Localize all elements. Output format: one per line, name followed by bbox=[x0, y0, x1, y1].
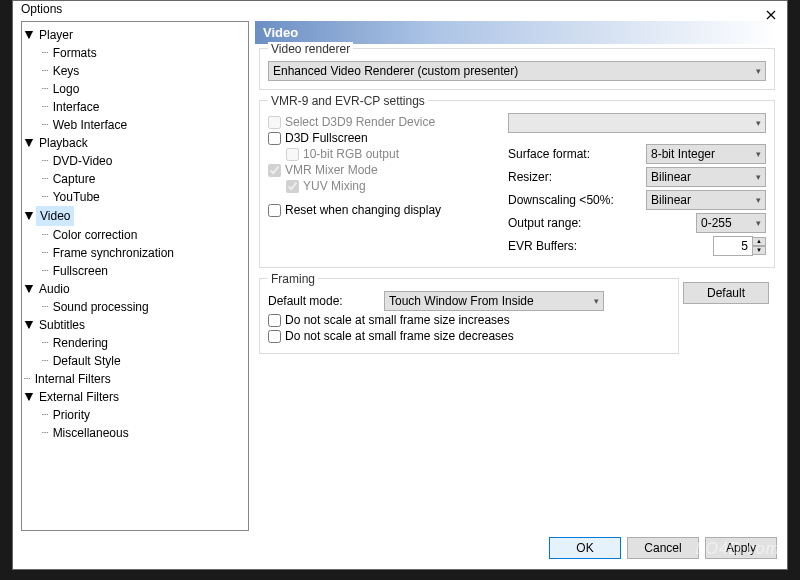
select-d3d9-checkbox: Select D3D9 Render Device bbox=[268, 115, 498, 129]
video-renderer-select[interactable]: Enhanced Video Renderer (custom presente… bbox=[268, 61, 766, 81]
window-title: Options bbox=[21, 2, 62, 16]
apply-button[interactable]: Apply bbox=[705, 537, 777, 559]
no-scale-decrease-checkbox[interactable]: Do not scale at small frame size decreas… bbox=[268, 329, 670, 343]
tree-item-internal-filters[interactable]: ┈Internal Filters bbox=[24, 370, 246, 388]
group-legend: Video renderer bbox=[268, 42, 353, 56]
close-icon bbox=[766, 10, 776, 20]
tree-item-fullscreen[interactable]: ┈Fullscreen bbox=[42, 262, 246, 280]
tree-item-dvd-video[interactable]: ┈DVD-Video bbox=[42, 152, 246, 170]
tree-item-default-style[interactable]: ┈Default Style bbox=[42, 352, 246, 370]
tree-item-frame-sync[interactable]: ┈Frame synchronization bbox=[42, 244, 246, 262]
default-mode-label: Default mode: bbox=[268, 294, 378, 308]
tree-item-sound-processing[interactable]: ┈Sound processing bbox=[42, 298, 246, 316]
output-range-label: Output range: bbox=[508, 216, 686, 230]
tree-item-audio[interactable]: ⯆Audio bbox=[24, 280, 246, 298]
group-legend: Framing bbox=[268, 272, 318, 286]
default-mode-select[interactable]: Touch Window From Inside▾ bbox=[384, 291, 604, 311]
tree-item-subtitles[interactable]: ⯆Subtitles bbox=[24, 316, 246, 334]
d3d-fullscreen-checkbox[interactable]: D3D Fullscreen bbox=[268, 131, 498, 145]
evr-buffers-label: EVR Buffers: bbox=[508, 239, 703, 253]
tree-item-capture[interactable]: ┈Capture bbox=[42, 170, 246, 188]
evr-buffers-input[interactable] bbox=[713, 236, 753, 256]
chevron-down-icon: ▾ bbox=[756, 149, 761, 159]
output-range-select[interactable]: 0-255▾ bbox=[696, 213, 766, 233]
tree-item-youtube[interactable]: ┈YouTube bbox=[42, 188, 246, 206]
chevron-down-icon: ▾ bbox=[756, 118, 761, 128]
video-renderer-value: Enhanced Video Renderer (custom presente… bbox=[273, 64, 518, 78]
chevron-down-icon: ▾ bbox=[756, 218, 761, 228]
tree-item-color-correction[interactable]: ┈Color correction bbox=[42, 226, 246, 244]
group-vmr-evr: VMR-9 and EVR-CP settings Select D3D9 Re… bbox=[259, 100, 775, 268]
panel-title: Video bbox=[255, 21, 779, 44]
tree-item-interface[interactable]: ┈Interface bbox=[42, 98, 246, 116]
options-window: Options ⯆Player ┈Formats ┈Keys ┈Logo ┈In… bbox=[12, 0, 788, 570]
tree-item-external-filters[interactable]: ⯆External Filters bbox=[24, 388, 246, 406]
chevron-down-icon: ▾ bbox=[756, 195, 761, 205]
vmr-mixer-checkbox: VMR Mixer Mode bbox=[268, 163, 498, 177]
tenbit-rgb-checkbox: 10-bit RGB output bbox=[268, 147, 498, 161]
resizer-label: Resizer: bbox=[508, 170, 638, 184]
tree-item-keys[interactable]: ┈Keys bbox=[42, 62, 246, 80]
group-video-renderer: Video renderer Enhanced Video Renderer (… bbox=[259, 48, 775, 90]
tree-item-player[interactable]: ⯆Player bbox=[24, 26, 246, 44]
no-scale-increase-checkbox[interactable]: Do not scale at small frame size increas… bbox=[268, 313, 670, 327]
downscaling-label: Downscaling <50%: bbox=[508, 193, 638, 207]
downscaling-select[interactable]: Bilinear▾ bbox=[646, 190, 766, 210]
group-legend: VMR-9 and EVR-CP settings bbox=[268, 94, 428, 108]
close-button[interactable] bbox=[761, 5, 781, 25]
default-button[interactable]: Default bbox=[683, 282, 769, 304]
tree-item-rendering[interactable]: ┈Rendering bbox=[42, 334, 246, 352]
category-tree[interactable]: ⯆Player ┈Formats ┈Keys ┈Logo ┈Interface … bbox=[21, 21, 249, 531]
tree-item-formats[interactable]: ┈Formats bbox=[42, 44, 246, 62]
yuv-mixing-checkbox: YUV Mixing bbox=[268, 179, 498, 193]
tree-item-logo[interactable]: ┈Logo bbox=[42, 80, 246, 98]
tree-item-playback[interactable]: ⯆Playback bbox=[24, 134, 246, 152]
d3d9-device-select: ▾ bbox=[508, 113, 766, 133]
evr-buffers-spinner[interactable]: ▲▼ bbox=[713, 236, 766, 256]
surface-format-select[interactable]: 8-bit Integer▾ bbox=[646, 144, 766, 164]
spin-down-icon[interactable]: ▼ bbox=[752, 246, 766, 255]
tree-item-web-interface[interactable]: ┈Web Interface bbox=[42, 116, 246, 134]
tree-item-priority[interactable]: ┈Priority bbox=[42, 406, 246, 424]
chevron-down-icon: ▾ bbox=[594, 296, 599, 306]
group-framing: Framing Default mode: Touch Window From … bbox=[259, 278, 679, 354]
titlebar: Options bbox=[13, 1, 787, 17]
ok-button[interactable]: OK bbox=[549, 537, 621, 559]
resizer-select[interactable]: Bilinear▾ bbox=[646, 167, 766, 187]
tree-item-video[interactable]: ⯆Video bbox=[24, 206, 246, 226]
dialog-button-bar: OK Cancel Apply bbox=[13, 531, 787, 569]
chevron-down-icon: ▾ bbox=[756, 172, 761, 182]
cancel-button[interactable]: Cancel bbox=[627, 537, 699, 559]
content-area: ⯆Player ┈Formats ┈Keys ┈Logo ┈Interface … bbox=[13, 17, 787, 531]
chevron-down-icon: ▾ bbox=[756, 66, 761, 76]
reset-display-checkbox[interactable]: Reset when changing display bbox=[268, 203, 498, 217]
surface-format-label: Surface format: bbox=[508, 147, 638, 161]
settings-panel: Video Video renderer Enhanced Video Rend… bbox=[255, 21, 779, 531]
tree-item-miscellaneous[interactable]: ┈Miscellaneous bbox=[42, 424, 246, 442]
spin-up-icon[interactable]: ▲ bbox=[752, 237, 766, 246]
